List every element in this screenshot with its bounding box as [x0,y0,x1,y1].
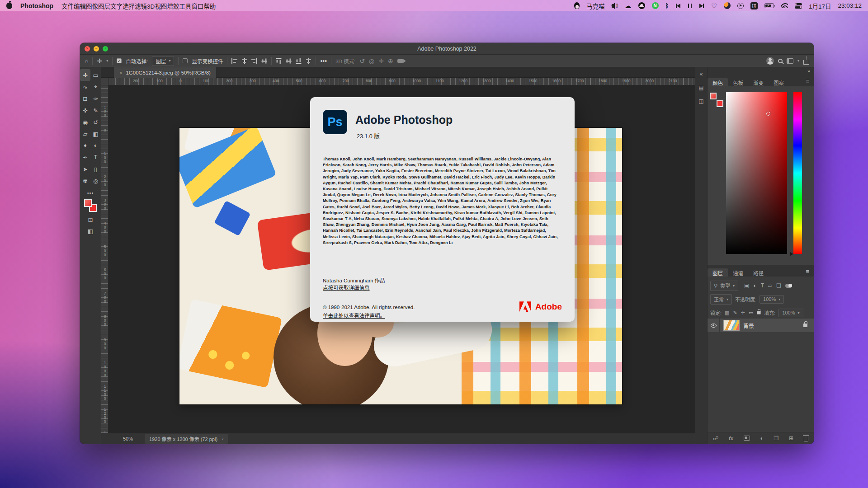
collapse-to-icons-icon[interactable]: » [807,68,810,74]
color-swatches-widget[interactable] [83,198,98,213]
menu-item[interactable]: 帮助 [203,3,216,10]
lock-transparent-pixels-icon[interactable]: ▦ [725,310,729,316]
lock-all-icon[interactable] [757,311,761,314]
cloud-icon[interactable]: ☁ [625,2,632,9]
quick-mask-icon[interactable]: ⊡ [88,216,93,223]
artwork-details-link[interactable]: 点按可获取详细信息 [323,284,370,291]
apple-menu-icon[interactable] [6,3,12,9]
heart-icon[interactable]: ♡ [711,2,717,9]
history-panel-icon[interactable]: ▤ [698,84,703,91]
chevron-down-icon[interactable]: ▾ [106,59,108,63]
document-info[interactable]: 1920 像素 x 1200 像素 (72 ppi) › [145,434,228,444]
panel-menu-icon[interactable]: ≡ [806,268,809,277]
3d-slide-icon[interactable]: ⊕ [388,58,393,64]
filter-adjustment-layers-icon[interactable]: ◐ [753,282,756,289]
close-tab-icon[interactable]: × [119,70,122,75]
hue-slider[interactable] [793,92,802,254]
align-right-icon[interactable] [251,58,257,64]
adjustment-layer-icon[interactable]: ◐ [760,435,763,441]
menu-item[interactable]: 文字 [110,3,123,10]
filter-smart-objects-icon[interactable]: ❏ [776,282,781,289]
menu-app-name[interactable]: Photoshop [20,2,53,9]
foreground-color-swatch[interactable] [84,199,92,207]
menu-item[interactable]: 增效工具 [167,3,191,10]
fill-dropdown[interactable]: 100% ▾ [778,309,803,317]
menu-item[interactable]: 文件 [61,3,74,10]
saturation-brightness-field[interactable] [726,92,787,254]
3d-orbit-icon[interactable]: ↺ [359,58,365,64]
pen-tool[interactable]: ✒ [80,151,90,163]
background-color-swatch[interactable] [717,100,723,107]
type-tool[interactable]: T [90,151,101,163]
filter-toggle[interactable] [785,284,792,288]
netease-icon[interactable] [652,2,659,9]
screen-mode-icon[interactable]: ◧ [88,228,93,235]
lasso-tool[interactable]: ∿ [80,81,90,93]
chevron-down-icon[interactable]: ▾ [797,59,799,63]
show-transform-checkbox[interactable] [183,58,188,63]
auto-select-checkbox[interactable]: ✓ [117,58,122,63]
delete-layer-icon[interactable] [804,436,808,441]
foreground-color-swatch[interactable] [710,93,717,99]
distribute-vertical-icon[interactable] [286,58,292,64]
previous-track-icon[interactable] [675,4,681,8]
align-left-icon[interactable] [231,58,237,64]
align-center-horizontal-icon[interactable] [241,58,247,64]
brush-tool[interactable]: ✎ [90,104,101,116]
lock-image-pixels-icon[interactable]: ✎ [733,310,737,316]
menu-item[interactable]: 滤镜 [135,3,147,10]
lock-position-icon[interactable]: ✛ [741,310,745,316]
move-tool[interactable]: ✛ [80,69,90,81]
auto-select-dropdown[interactable]: 图层 ▾ [152,56,174,66]
menu-item[interactable]: 选择 [123,3,135,10]
menu-item[interactable]: 编辑 [74,3,86,10]
shape-tool[interactable]: ▯ [90,163,101,175]
menu-item[interactable]: 图层 [98,3,110,10]
marquee-tool[interactable]: ▭ [90,69,101,81]
properties-panel-icon[interactable]: ◫ [698,98,703,104]
filter-type-layers-icon[interactable]: T [761,282,764,289]
menu-item[interactable]: 视图 [155,3,167,10]
bluetooth-icon[interactable]: ᛒ [665,2,669,9]
control-center-icon[interactable] [795,3,802,9]
new-layer-icon[interactable]: ⊞ [789,435,793,441]
menu-item[interactable]: 3D [147,3,155,10]
legal-notices-link[interactable]: 单击此处以查看法律声明。 [323,312,385,319]
more-options-icon[interactable]: ••• [320,58,327,64]
edit-toolbar-icon[interactable]: ••• [80,190,101,196]
about-photoshop-dialog[interactable]: Ps Adobe Photoshop 23.1.0 版 Thomas Knoll… [310,97,575,322]
browser-icon[interactable] [724,2,731,9]
link-layers-icon[interactable]: ☍ [713,435,718,441]
distribute-bottom-icon[interactable] [296,58,302,64]
menu-date[interactable]: 1月17日 [809,1,831,10]
account-avatar[interactable] [766,57,774,65]
document-tab[interactable]: × 1G00G51214-3.jpeg @ 50%(RGB/8) [114,67,216,78]
play-circle-icon[interactable] [737,3,744,9]
lock-artboard-icon[interactable]: ▭ [749,310,753,316]
menu-item[interactable]: 图像 [86,3,98,10]
eraser-tool[interactable]: ▱ [80,128,90,140]
align-top-icon[interactable] [262,58,267,64]
dodge-tool[interactable]: ◐ [90,140,101,151]
pause-icon[interactable] [688,4,692,8]
qq-icon[interactable] [574,2,580,9]
blend-mode-dropdown[interactable]: 正常 ▾ [710,294,732,305]
filter-pixel-layers-icon[interactable]: ▣ [744,282,749,289]
add-layer-mask-icon[interactable] [744,436,750,441]
hue-slider-handle[interactable] [790,252,795,256]
eyedropper-tool[interactable]: ✑ [90,93,101,104]
volume-icon[interactable] [612,4,614,8]
filter-shape-layers-icon[interactable]: ▱ [768,282,772,289]
3d-roll-icon[interactable]: ◎ [369,58,374,64]
object-selection-tool[interactable]: ⌖ [90,81,101,93]
zoom-level[interactable]: 50% [123,436,133,441]
home-icon[interactable]: ⌂ [85,58,88,64]
distribute-top-icon[interactable] [276,58,282,64]
layer-visibility-toggle[interactable] [708,319,720,332]
distribute-horizontal-icon[interactable] [306,58,311,64]
ruler-vertical[interactable]: 1000100200300400500600700800900100011001… [101,85,108,433]
color-swatches-widget[interactable] [709,92,724,108]
gradient-tool[interactable]: ◧ [90,128,101,140]
menu-item[interactable]: 窗口 [191,3,203,10]
move-tool-icon[interactable]: ✛ [97,58,102,64]
